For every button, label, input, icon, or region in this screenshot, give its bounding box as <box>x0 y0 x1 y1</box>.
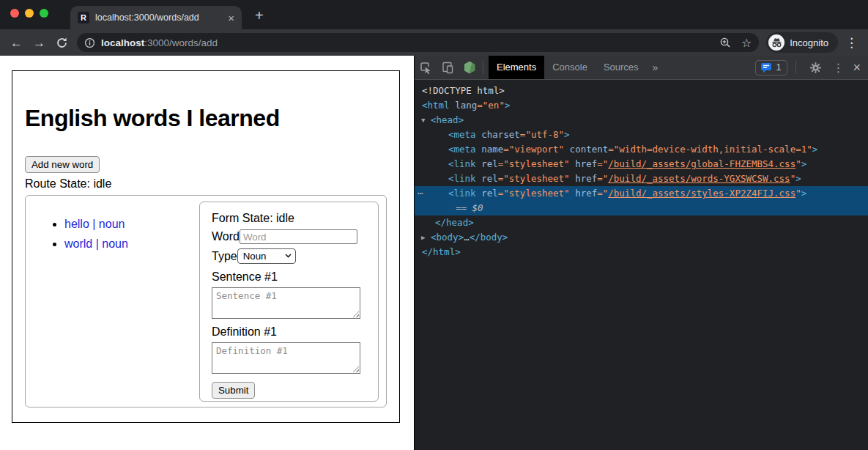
window-controls <box>10 9 48 18</box>
dom-tree-line[interactable]: ▶<body>…</body> <box>415 230 868 245</box>
code-token-tag: <body> <box>431 232 464 243</box>
code-token-plain <box>570 158 576 169</box>
browser-content: English words I learned Add new word Rou… <box>0 56 868 450</box>
word-link[interactable]: hello | noun <box>64 218 125 230</box>
tab-close-icon[interactable]: × <box>228 12 234 23</box>
inspect-element-button[interactable] <box>415 58 437 77</box>
remix-favicon-icon: R <box>78 12 89 23</box>
code-token-attr: href <box>575 173 597 184</box>
tab-strip: R localhost:3000/words/add × + <box>0 0 868 29</box>
code-token-val: ="width=device-width,initial-scale=1" <box>608 144 812 155</box>
url-path: :3000/words/add <box>144 37 218 48</box>
devtools-menu-button[interactable]: ⋮ <box>832 61 844 75</box>
code-token-val: ="viewport" <box>503 144 564 155</box>
forward-button[interactable]: → <box>33 37 45 49</box>
code-token-tag: > <box>812 144 818 155</box>
zoom-page-button[interactable] <box>719 37 731 48</box>
type-label: Type <box>212 250 237 263</box>
address-bar[interactable]: localhost:3000/words/add ☆ <box>77 33 759 52</box>
gutter-ellipsis-icon[interactable]: … <box>418 184 424 199</box>
code-token-tag: </html> <box>422 246 461 257</box>
sentence-textarea[interactable] <box>212 287 360 319</box>
code-token-val: ="stylesheet" <box>498 173 570 184</box>
code-token-attr: rel <box>481 158 498 169</box>
word-link[interactable]: world | noun <box>64 237 128 250</box>
more-tabs-button[interactable]: » <box>647 56 664 79</box>
code-token-plain: … <box>464 232 470 243</box>
form-state-text: Form State: idle <box>212 212 366 225</box>
dom-tree-line[interactable]: </head> <box>415 215 868 230</box>
web-page: English words I learned Add new word Rou… <box>0 56 414 450</box>
devtools-tab-elements[interactable]: Elements <box>489 56 544 79</box>
extension-hexagon-icon[interactable] <box>459 58 481 77</box>
toolbar-divider <box>483 61 483 74</box>
collapse-arrow-icon[interactable]: ▶ <box>421 230 425 245</box>
incognito-label: Incognito <box>790 37 828 48</box>
window-control-dot[interactable] <box>25 9 34 18</box>
code-token-link: /build/_assets/global-FHZEMBS4.css <box>608 158 795 169</box>
devtools-tab-sources[interactable]: Sources <box>596 56 647 79</box>
code-token-plain <box>564 144 570 155</box>
devtools-settings-button[interactable] <box>804 58 826 77</box>
code-token-val: =" <box>597 158 608 169</box>
code-token-tag: <meta <box>448 144 476 155</box>
code-token-attr: href <box>575 158 597 169</box>
reload-icon <box>56 37 68 49</box>
dom-tree-line[interactable]: <html lang="en"> <box>415 98 868 113</box>
window-control-dot[interactable] <box>40 9 48 18</box>
browser-window: R localhost:3000/words/add × + ← → local… <box>0 0 868 450</box>
issues-count: 1 <box>776 62 782 73</box>
code-token-eq: == $0 <box>456 202 483 213</box>
code-token-tag: > <box>564 129 570 140</box>
url-text: localhost:3000/words/add <box>101 37 218 48</box>
device-toolbar-button[interactable] <box>437 58 459 77</box>
definition-textarea[interactable] <box>212 342 360 374</box>
type-select[interactable]: Noun <box>237 248 296 264</box>
new-tab-button[interactable]: + <box>255 7 264 24</box>
window-control-dot[interactable] <box>10 9 19 18</box>
code-token-plain <box>570 188 576 199</box>
browser-menu-button[interactable]: ⋮ <box>845 35 858 51</box>
code-token-val: ="utf-8" <box>520 129 564 140</box>
site-info-icon[interactable] <box>84 37 95 48</box>
devtools-close-button[interactable]: × <box>853 60 861 75</box>
code-token-attr: name <box>481 144 503 155</box>
bookmark-star-button[interactable]: ☆ <box>741 36 752 50</box>
code-token-tag: </body> <box>470 232 508 243</box>
add-new-word-button[interactable]: Add new word <box>25 156 100 173</box>
code-token-tag: <html <box>422 100 450 111</box>
submit-button[interactable]: Submit <box>212 382 255 399</box>
dom-tree-line[interactable]: <link rel="stylesheet" href="/build/_ass… <box>415 171 868 186</box>
code-token-tag: > <box>795 173 801 184</box>
dom-tree-line[interactable]: </html> <box>415 245 868 259</box>
code-token-plain <box>570 173 576 184</box>
dom-tree-line[interactable]: …<link rel="stylesheet" href="/build/_as… <box>415 186 868 201</box>
code-token-attr: rel <box>481 188 498 199</box>
code-token-attr: content <box>570 144 609 155</box>
issues-counter[interactable]: 1 <box>755 60 788 75</box>
code-token-attr: rel <box>481 173 498 184</box>
dom-tree-line[interactable]: <meta charset="utf-8"> <box>415 128 868 142</box>
code-token-plain: <!DOCTYPE html> <box>422 85 505 96</box>
devtools-tabs: ElementsConsoleSources <box>489 56 647 79</box>
reload-button[interactable] <box>56 37 68 49</box>
word-input[interactable] <box>240 229 357 244</box>
browser-tab[interactable]: R localhost:3000/words/add × <box>70 6 242 29</box>
dom-tree-line[interactable]: <link rel="stylesheet" href="/build/_ass… <box>415 157 868 171</box>
dom-tree-line[interactable]: == $0 <box>415 201 868 215</box>
dom-tree-line[interactable]: <meta name="viewport" content="width=dev… <box>415 142 868 157</box>
dom-tree-line[interactable]: <!DOCTYPE html> <box>415 84 868 98</box>
incognito-badge[interactable]: Incognito <box>766 32 838 53</box>
code-token-val: " <box>795 188 801 199</box>
code-token-val: " <box>795 158 801 169</box>
dom-tree-line[interactable]: ▼<head> <box>415 113 868 128</box>
expand-arrow-icon[interactable]: ▼ <box>421 113 425 128</box>
sentence-label: Sentence #1 <box>212 270 366 284</box>
code-token-val: ="en" <box>477 100 505 111</box>
devtools-tab-console[interactable]: Console <box>544 56 596 79</box>
incognito-avatar <box>768 34 784 51</box>
code-token-attr: charset <box>481 129 520 140</box>
back-button[interactable]: ← <box>10 37 23 49</box>
definition-textarea-wrap <box>212 342 360 374</box>
code-token-val: =" <box>597 188 608 199</box>
